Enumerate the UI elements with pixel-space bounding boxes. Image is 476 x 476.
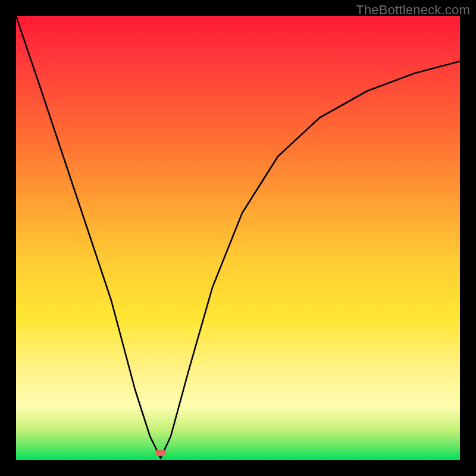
curve-path bbox=[16, 16, 460, 458]
plot-area bbox=[16, 16, 460, 460]
chart-frame: TheBottleneck.com bbox=[0, 0, 476, 476]
bottleneck-curve bbox=[16, 16, 460, 460]
optimal-marker bbox=[155, 450, 166, 456]
